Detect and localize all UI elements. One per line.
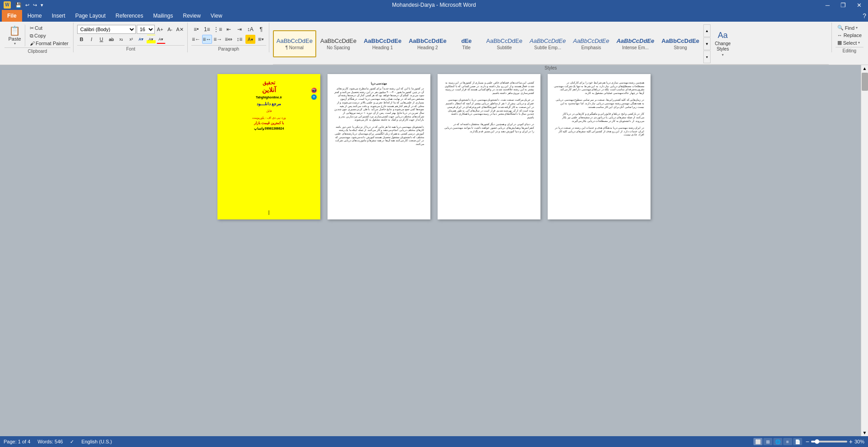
menu-file[interactable]: File <box>2 10 22 22</box>
styles-scroll-up-btn[interactable]: ▲ <box>703 24 711 37</box>
menu-view[interactable]: View <box>206 10 227 22</box>
print-layout-btn[interactable]: ⬜ <box>753 438 762 445</box>
copy-btn[interactable]: ⧉ Copy <box>28 33 70 39</box>
paragraph-group: ≡• 1≡ ⋮≡ ⇤ ⇥ ↕A ¶ ≡← ≡↔ ≡→ ≡⇔ ↕≡ A <box>189 23 269 52</box>
styles-label: Styles <box>273 64 829 70</box>
outline-btn[interactable]: ≡ <box>783 438 792 445</box>
ad-files: فایل <box>266 109 272 114</box>
page-2-inner: مهندسی دریا در کشور ما با این که این رشت… <box>328 74 430 219</box>
font-size-select[interactable]: 16 <box>137 25 155 34</box>
style-normal[interactable]: AaBbCcDdEe ¶ Normal <box>273 30 316 57</box>
numbering-btn[interactable]: 1≡ <box>202 25 212 34</box>
full-screen-btn[interactable]: ⊞ <box>763 438 772 445</box>
paste-label: Paste <box>8 36 21 42</box>
subscript-btn[interactable]: x₂ <box>117 35 126 44</box>
cut-label: Cut <box>35 25 42 31</box>
select-btn[interactable]: ▦ Select ▾ <box>836 39 863 46</box>
style-heading1[interactable]: AaBbCcDdEe Heading 1 <box>360 30 405 57</box>
style-intense-emp[interactable]: AaBbCcDdEe Intense Em... <box>613 30 657 57</box>
style-heading2-preview: AaBbCcDdEe <box>409 37 447 45</box>
para-top-row: ≡• 1≡ ⋮≡ ⇤ ⇥ ↕A ¶ <box>191 25 266 34</box>
cut-btn[interactable]: ✂ Cut <box>28 25 70 32</box>
find-btn[interactable]: 🔍 Find ▾ <box>836 24 863 31</box>
increase-indent-btn[interactable]: ⇥ <box>235 25 245 34</box>
replace-btn[interactable]: ↔ Replace <box>836 32 863 38</box>
shading-btn[interactable]: A▾ <box>245 35 255 44</box>
style-strong[interactable]: AaBbCcDdEe Strong <box>658 30 702 57</box>
menu-mailings[interactable]: Mailings <box>148 10 177 22</box>
align-left-btn[interactable]: ≡← <box>191 35 201 44</box>
style-intense-label: Intense Em... <box>622 45 649 50</box>
decrease-indent-btn[interactable]: ⇤ <box>224 25 234 34</box>
justify-btn[interactable]: ≡⇔ <box>224 35 234 44</box>
web-layout-btn[interactable]: 🌐 <box>773 438 782 445</box>
bold-btn[interactable]: B <box>77 35 86 44</box>
ad-title-line2: آنلاین <box>262 86 276 93</box>
clear-format-btn[interactable]: A✕ <box>175 25 185 34</box>
minimize-btn[interactable]: ─ <box>823 2 832 9</box>
style-subtle-preview: AaBbCcDdEe <box>530 37 566 45</box>
style-subtitle-preview: AaBbCcDdEe <box>486 37 522 45</box>
page-3: کشتی این ساخت‌های فضاهای خاص علمی و بسیا… <box>438 74 540 219</box>
superscript-btn[interactable]: x² <box>127 35 136 44</box>
style-no-spacing[interactable]: AaBbCcDdEe No Spacing <box>317 30 360 57</box>
scroll-thumb[interactable] <box>862 73 868 91</box>
help-icon[interactable]: ? <box>863 12 866 19</box>
style-title-label: Title <box>462 45 471 50</box>
grow-font-btn[interactable]: A+ <box>156 25 165 34</box>
menu-page-layout[interactable]: Page Layout <box>71 10 110 22</box>
ad-social-icons: 📷 ✈ <box>311 88 317 100</box>
restore-btn[interactable]: ❐ <box>838 2 849 9</box>
border-btn[interactable]: ⊞▾ <box>256 35 266 44</box>
italic-btn[interactable]: I <box>87 35 96 44</box>
redo-qa-btn[interactable]: ↪ <box>32 2 38 8</box>
strikethrough-btn[interactable]: ab <box>107 35 116 44</box>
highlight-btn[interactable]: A▾ <box>147 35 156 44</box>
line-spacing-btn[interactable]: ↕≡ <box>235 35 245 44</box>
zoom-slider[interactable] <box>811 441 847 442</box>
font-color-btn[interactable]: A▾ <box>157 35 166 44</box>
status-right: ⬜ ⊞ 🌐 ≡ 📄 − + 30% <box>753 438 864 445</box>
styles-scroll-down-btn[interactable]: ▼ <box>703 37 711 50</box>
align-center-btn[interactable]: ≡↔ <box>202 35 212 44</box>
shrink-font-btn[interactable]: A- <box>166 25 175 34</box>
show-hide-btn[interactable]: ¶ <box>256 25 266 34</box>
select-label: Select <box>843 40 857 46</box>
style-subtle-emp[interactable]: AaBbCcDdEe Subtle Emp... <box>526 30 569 57</box>
style-title[interactable]: dEe Title <box>451 30 482 57</box>
menu-home[interactable]: Home <box>23 10 46 22</box>
text-effects-btn[interactable]: A▾ <box>137 35 146 44</box>
editing-content: 🔍 Find ▾ ↔ Replace ▦ Select ▾ <box>836 23 863 47</box>
align-right-btn[interactable]: ≡→ <box>213 35 223 44</box>
font-label: Font <box>77 45 185 51</box>
styles-expand-btn[interactable]: ▾ <box>703 51 711 63</box>
menu-references[interactable]: References <box>111 10 148 22</box>
close-btn[interactable]: ✕ <box>854 2 864 9</box>
sort-btn[interactable]: ↕A <box>245 25 255 34</box>
replace-label: Replace <box>844 33 862 38</box>
zoom-thumb[interactable] <box>815 439 819 444</box>
format-painter-btn[interactable]: 🖌 Format Painter <box>28 40 70 47</box>
menu-review[interactable]: Review <box>178 10 205 22</box>
scroll-up-arrow[interactable]: ▲ <box>862 65 868 72</box>
scroll-down-arrow[interactable]: ▼ <box>862 429 868 436</box>
customize-qa-btn[interactable]: ▾ <box>40 2 44 8</box>
paste-btn[interactable]: 📋 Paste ▾ <box>5 24 25 47</box>
zoom-in-btn[interactable]: + <box>849 438 853 445</box>
underline-btn[interactable]: U <box>97 35 106 44</box>
style-strong-label: Strong <box>674 45 687 50</box>
zoom-out-btn[interactable]: − <box>806 438 809 445</box>
multilevel-btn[interactable]: ⋮≡ <box>213 25 223 34</box>
font-family-select[interactable]: Calibri (Body) <box>77 25 136 34</box>
style-heading2[interactable]: AaBbCcDdEe Heading 2 <box>406 30 450 57</box>
save-qa-btn[interactable]: 💾 <box>14 2 23 8</box>
menu-insert[interactable]: Insert <box>47 10 70 22</box>
vertical-scrollbar[interactable]: ▲ ▼ <box>861 65 868 436</box>
bullets-btn[interactable]: ≡• <box>191 25 201 34</box>
page-info: Page: 1 of 4 <box>4 439 30 444</box>
style-subtitle[interactable]: AaBbCcDdEe Subtitle <box>483 30 526 57</box>
draft-btn[interactable]: 📄 <box>793 438 802 445</box>
style-emphasis[interactable]: AaBbCcDdEe Emphasis <box>570 30 612 57</box>
undo-qa-btn[interactable]: ↩ <box>24 2 30 8</box>
change-styles-btn[interactable]: Aa ChangeStyles ▾ <box>711 30 734 57</box>
